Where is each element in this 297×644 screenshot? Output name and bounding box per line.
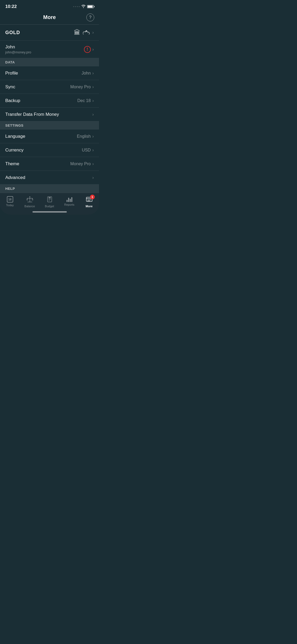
- tab-balance[interactable]: Balance: [20, 195, 40, 209]
- tab-budget[interactable]: Budget: [40, 195, 59, 209]
- help-section-header: HELP: [0, 185, 99, 193]
- sync-value: Money Pro: [70, 85, 91, 89]
- status-time: 10:22: [5, 4, 17, 9]
- theme-label: Theme: [5, 161, 19, 167]
- profile-value: John: [82, 71, 91, 76]
- gold-icons: 🏛 ›: [74, 29, 94, 36]
- currency-row[interactable]: Currency USD ›: [0, 143, 99, 157]
- gold-chevron: ›: [92, 30, 94, 35]
- transfer-chevron: ›: [92, 112, 94, 117]
- budget-icon: [46, 196, 53, 204]
- scale-icon: [26, 196, 33, 204]
- user-row[interactable]: John john@money.pro ! ›: [0, 41, 99, 58]
- language-label: Language: [5, 134, 25, 139]
- backup-row[interactable]: Backup Dec 18 ›: [0, 94, 99, 108]
- backup-label: Backup: [5, 98, 20, 103]
- user-email: john@money.pro: [5, 50, 31, 54]
- cloud-upload-icon: [83, 29, 90, 36]
- profile-label: Profile: [5, 71, 18, 76]
- home-indicator: [32, 211, 67, 213]
- backup-value: Dec 18: [77, 98, 91, 103]
- tab-more[interactable]: 1 More: [79, 195, 99, 209]
- currency-value: USD: [82, 148, 91, 153]
- transfer-label: Transfer Data From Money: [5, 112, 59, 117]
- signal-icon: [73, 6, 80, 7]
- tab-reports-label: Reports: [64, 203, 74, 206]
- svg-rect-8: [49, 197, 51, 198]
- advanced-label: Advanced: [5, 175, 25, 180]
- user-name: John: [5, 44, 31, 50]
- wifi-icon: [81, 4, 86, 9]
- page-title: More: [43, 14, 56, 20]
- help-button[interactable]: ?: [86, 13, 94, 21]
- header: More ?: [0, 12, 99, 24]
- tab-today-label: Today: [6, 204, 14, 207]
- bar-chart-icon: [67, 196, 72, 202]
- profile-chevron: ›: [92, 71, 94, 76]
- gold-row[interactable]: GOLD 🏛 ›: [0, 25, 99, 41]
- backup-chevron: ›: [92, 98, 94, 103]
- tab-today[interactable]: 18 Today: [0, 195, 20, 208]
- settings-section-header: SETTINGS: [0, 121, 99, 130]
- advanced-chevron: ›: [92, 175, 94, 180]
- gold-label: GOLD: [5, 30, 20, 35]
- more-badge: 1: [90, 195, 95, 199]
- tab-balance-label: Balance: [25, 205, 35, 208]
- sync-chevron: ›: [92, 85, 94, 89]
- more-badge-container: 1: [86, 196, 93, 204]
- language-chevron: ›: [92, 134, 94, 139]
- alert-icon: !: [84, 46, 91, 53]
- advanced-row[interactable]: Advanced ›: [0, 171, 99, 185]
- calendar-icon: 18: [7, 196, 13, 203]
- sync-row[interactable]: Sync Money Pro ›: [0, 80, 99, 94]
- language-row[interactable]: Language English ›: [0, 130, 99, 143]
- transfer-data-row[interactable]: Transfer Data From Money ›: [0, 108, 99, 121]
- tab-budget-label: Budget: [45, 205, 54, 208]
- battery-icon: [87, 5, 94, 8]
- language-value: English: [77, 134, 91, 139]
- user-chevron: ›: [92, 47, 94, 52]
- tab-reports[interactable]: Reports: [59, 195, 79, 207]
- theme-value: Money Pro: [70, 162, 91, 166]
- status-icons: [73, 4, 94, 9]
- currency-chevron: ›: [92, 148, 94, 153]
- sync-label: Sync: [5, 84, 15, 90]
- data-section-header: DATA: [0, 58, 99, 66]
- tab-more-label: More: [86, 205, 92, 208]
- svg-point-3: [29, 196, 30, 197]
- profile-row[interactable]: Profile John ›: [0, 66, 99, 80]
- currency-label: Currency: [5, 148, 23, 153]
- status-bar: 10:22: [0, 0, 99, 12]
- building-icon: 🏛: [74, 29, 80, 36]
- theme-row[interactable]: Theme Money Pro ›: [0, 157, 99, 171]
- theme-chevron: ›: [92, 162, 94, 166]
